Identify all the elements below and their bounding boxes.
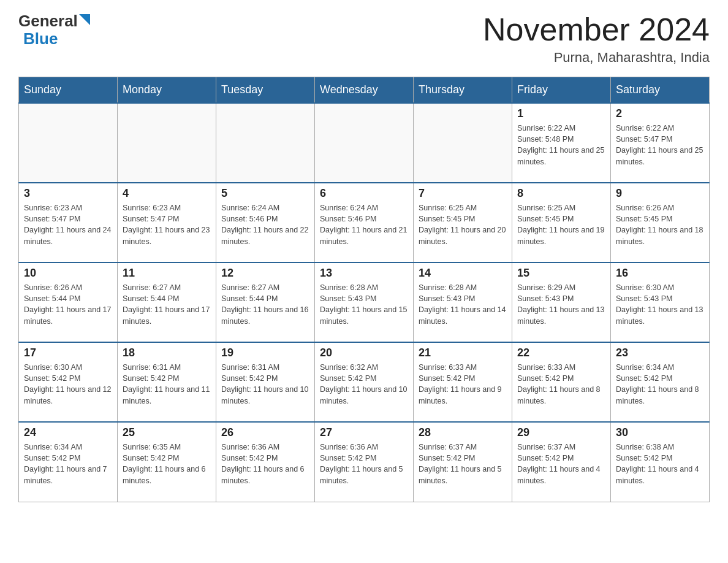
calendar-cell: 8Sunrise: 6:25 AMSunset: 5:45 PMDaylight… xyxy=(512,183,611,262)
day-number: 15 xyxy=(517,267,605,280)
day-info: Sunrise: 6:29 AMSunset: 5:43 PMDaylight:… xyxy=(517,282,605,327)
day-info: Sunrise: 6:34 AMSunset: 5:42 PMDaylight:… xyxy=(616,362,704,407)
day-info: Sunrise: 6:26 AMSunset: 5:45 PMDaylight:… xyxy=(616,202,704,247)
calendar-header-row: SundayMondayTuesdayWednesdayThursdayFrid… xyxy=(19,77,710,104)
week-row-3: 10Sunrise: 6:26 AMSunset: 5:44 PMDayligh… xyxy=(19,262,710,342)
day-number: 16 xyxy=(616,267,704,280)
calendar-cell: 1Sunrise: 6:22 AMSunset: 5:48 PMDaylight… xyxy=(512,103,611,183)
day-info: Sunrise: 6:27 AMSunset: 5:44 PMDaylight:… xyxy=(221,282,309,327)
logo: General Blue xyxy=(18,12,90,47)
day-info: Sunrise: 6:25 AMSunset: 5:45 PMDaylight:… xyxy=(517,202,605,247)
calendar-cell xyxy=(315,103,414,183)
day-info: Sunrise: 6:37 AMSunset: 5:42 PMDaylight:… xyxy=(517,442,605,486)
calendar-table: SundayMondayTuesdayWednesdayThursdayFrid… xyxy=(18,77,710,502)
day-number: 21 xyxy=(419,347,507,359)
day-info: Sunrise: 6:35 AMSunset: 5:42 PMDaylight:… xyxy=(123,442,211,486)
calendar-cell xyxy=(216,103,315,183)
day-info: Sunrise: 6:33 AMSunset: 5:42 PMDaylight:… xyxy=(517,362,605,407)
day-number: 7 xyxy=(419,187,507,200)
calendar-cell: 16Sunrise: 6:30 AMSunset: 5:43 PMDayligh… xyxy=(611,262,710,342)
day-number: 2 xyxy=(616,107,704,120)
calendar-cell: 14Sunrise: 6:28 AMSunset: 5:43 PMDayligh… xyxy=(414,262,512,342)
weekday-header-saturday: Saturday xyxy=(611,77,710,104)
title-block: November 2024 Purna, Maharashtra, India xyxy=(483,12,710,66)
day-info: Sunrise: 6:33 AMSunset: 5:42 PMDaylight:… xyxy=(419,362,507,407)
calendar-cell: 12Sunrise: 6:27 AMSunset: 5:44 PMDayligh… xyxy=(216,262,315,342)
calendar-cell: 29Sunrise: 6:37 AMSunset: 5:42 PMDayligh… xyxy=(512,422,611,502)
weekday-header-sunday: Sunday xyxy=(19,77,118,104)
day-info: Sunrise: 6:36 AMSunset: 5:42 PMDaylight:… xyxy=(320,442,408,486)
day-info: Sunrise: 6:28 AMSunset: 5:43 PMDaylight:… xyxy=(419,282,507,327)
calendar-cell xyxy=(19,103,118,183)
day-number: 26 xyxy=(221,426,309,439)
day-info: Sunrise: 6:22 AMSunset: 5:48 PMDaylight:… xyxy=(517,123,605,167)
calendar-cell: 13Sunrise: 6:28 AMSunset: 5:43 PMDayligh… xyxy=(315,262,414,342)
day-info: Sunrise: 6:32 AMSunset: 5:42 PMDaylight:… xyxy=(320,362,408,407)
day-number: 5 xyxy=(221,187,309,200)
calendar-cell xyxy=(414,103,512,183)
day-number: 24 xyxy=(24,426,112,439)
calendar-cell: 4Sunrise: 6:23 AMSunset: 5:47 PMDaylight… xyxy=(118,183,216,262)
day-info: Sunrise: 6:25 AMSunset: 5:45 PMDaylight:… xyxy=(419,202,507,247)
day-number: 28 xyxy=(419,426,507,439)
calendar-cell: 7Sunrise: 6:25 AMSunset: 5:45 PMDaylight… xyxy=(414,183,512,262)
month-title: November 2024 xyxy=(483,12,710,47)
week-row-5: 24Sunrise: 6:34 AMSunset: 5:42 PMDayligh… xyxy=(19,422,710,502)
day-number: 23 xyxy=(616,347,704,359)
day-number: 17 xyxy=(24,347,112,359)
day-info: Sunrise: 6:22 AMSunset: 5:47 PMDaylight:… xyxy=(616,123,704,167)
logo-general-text: General xyxy=(18,12,78,30)
calendar-cell: 3Sunrise: 6:23 AMSunset: 5:47 PMDaylight… xyxy=(19,183,118,262)
day-number: 13 xyxy=(320,267,408,280)
day-info: Sunrise: 6:31 AMSunset: 5:42 PMDaylight:… xyxy=(221,362,309,407)
day-number: 6 xyxy=(320,187,408,200)
day-number: 8 xyxy=(517,187,605,200)
calendar-cell: 6Sunrise: 6:24 AMSunset: 5:46 PMDaylight… xyxy=(315,183,414,262)
calendar-cell: 9Sunrise: 6:26 AMSunset: 5:45 PMDaylight… xyxy=(611,183,710,262)
calendar-cell: 21Sunrise: 6:33 AMSunset: 5:42 PMDayligh… xyxy=(414,342,512,422)
day-info: Sunrise: 6:34 AMSunset: 5:42 PMDaylight:… xyxy=(24,442,112,486)
day-number: 12 xyxy=(221,267,309,280)
day-info: Sunrise: 6:23 AMSunset: 5:47 PMDaylight:… xyxy=(123,202,211,247)
day-info: Sunrise: 6:28 AMSunset: 5:43 PMDaylight:… xyxy=(320,282,408,327)
day-number: 29 xyxy=(517,426,605,439)
day-info: Sunrise: 6:37 AMSunset: 5:42 PMDaylight:… xyxy=(419,442,507,486)
calendar-cell: 15Sunrise: 6:29 AMSunset: 5:43 PMDayligh… xyxy=(512,262,611,342)
day-number: 30 xyxy=(616,426,704,439)
day-number: 19 xyxy=(221,347,309,359)
day-number: 10 xyxy=(24,267,112,280)
weekday-header-monday: Monday xyxy=(118,77,216,104)
day-info: Sunrise: 6:36 AMSunset: 5:42 PMDaylight:… xyxy=(221,442,309,486)
day-info: Sunrise: 6:30 AMSunset: 5:42 PMDaylight:… xyxy=(24,362,112,407)
calendar-cell: 19Sunrise: 6:31 AMSunset: 5:42 PMDayligh… xyxy=(216,342,315,422)
calendar-cell: 5Sunrise: 6:24 AMSunset: 5:46 PMDaylight… xyxy=(216,183,315,262)
day-number: 20 xyxy=(320,347,408,359)
calendar-cell: 17Sunrise: 6:30 AMSunset: 5:42 PMDayligh… xyxy=(19,342,118,422)
calendar-cell: 28Sunrise: 6:37 AMSunset: 5:42 PMDayligh… xyxy=(414,422,512,502)
calendar-cell xyxy=(118,103,216,183)
day-number: 22 xyxy=(517,347,605,359)
week-row-2: 3Sunrise: 6:23 AMSunset: 5:47 PMDaylight… xyxy=(19,183,710,262)
day-number: 25 xyxy=(123,426,211,439)
page-header: General Blue November 2024 Purna, Mahara… xyxy=(18,12,710,66)
day-info: Sunrise: 6:24 AMSunset: 5:46 PMDaylight:… xyxy=(221,202,309,247)
calendar-cell: 20Sunrise: 6:32 AMSunset: 5:42 PMDayligh… xyxy=(315,342,414,422)
day-number: 14 xyxy=(419,267,507,280)
calendar-cell: 30Sunrise: 6:38 AMSunset: 5:42 PMDayligh… xyxy=(611,422,710,502)
weekday-header-friday: Friday xyxy=(512,77,611,104)
day-info: Sunrise: 6:38 AMSunset: 5:42 PMDaylight:… xyxy=(616,442,704,486)
day-info: Sunrise: 6:23 AMSunset: 5:47 PMDaylight:… xyxy=(24,202,112,247)
weekday-header-wednesday: Wednesday xyxy=(315,77,414,104)
calendar-cell: 10Sunrise: 6:26 AMSunset: 5:44 PMDayligh… xyxy=(19,262,118,342)
day-number: 18 xyxy=(123,347,211,359)
calendar-cell: 24Sunrise: 6:34 AMSunset: 5:42 PMDayligh… xyxy=(19,422,118,502)
day-info: Sunrise: 6:26 AMSunset: 5:44 PMDaylight:… xyxy=(24,282,112,327)
weekday-header-tuesday: Tuesday xyxy=(216,77,315,104)
calendar-cell: 26Sunrise: 6:36 AMSunset: 5:42 PMDayligh… xyxy=(216,422,315,502)
week-row-1: 1Sunrise: 6:22 AMSunset: 5:48 PMDaylight… xyxy=(19,103,710,183)
calendar-cell: 23Sunrise: 6:34 AMSunset: 5:42 PMDayligh… xyxy=(611,342,710,422)
calendar-cell: 27Sunrise: 6:36 AMSunset: 5:42 PMDayligh… xyxy=(315,422,414,502)
calendar-cell: 18Sunrise: 6:31 AMSunset: 5:42 PMDayligh… xyxy=(118,342,216,422)
logo-arrow-icon xyxy=(79,14,90,25)
day-info: Sunrise: 6:31 AMSunset: 5:42 PMDaylight:… xyxy=(123,362,211,407)
